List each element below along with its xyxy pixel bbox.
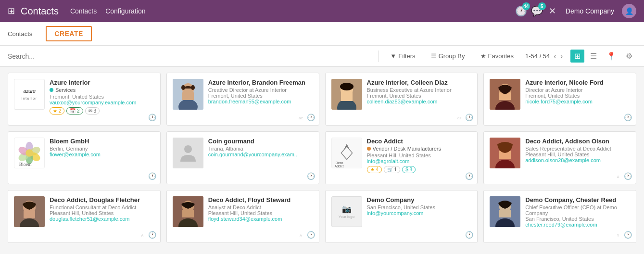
card-info: Deco Addict, Douglas Fletcher Functional… <box>50 196 154 227</box>
card-demo-company[interactable]: 📷 Your logo Demo Company San Francisco, … <box>325 190 478 243</box>
badge-star: ★ 2 <box>50 107 64 114</box>
card-subtitle: Creative Director at Azure Interior <box>208 87 313 93</box>
bloem-logo-svg: Bloem <box>14 138 44 168</box>
nicole-avatar <box>490 79 520 110</box>
card-coin-gourmand[interactable]: Coin gourmand Tirana, Albania coin.gourm… <box>166 131 319 184</box>
card-deco-addison[interactable]: Deco Addict, Addison Olson Sales Represe… <box>483 131 636 184</box>
breadcrumb: Contacts <box>8 30 32 38</box>
create-button[interactable]: CREATE <box>46 26 92 41</box>
card-name: Demo Company <box>367 196 472 203</box>
clock-icon[interactable]: 🕐 <box>465 114 473 121</box>
card-azure-nicole[interactable]: Azure Interior, Nicole Ford Director at … <box>483 73 636 126</box>
brandon-avatar <box>173 79 203 110</box>
user-avatar[interactable]: 👤 <box>622 4 636 18</box>
card-info: Azure Interior, Colleen Diaz Business Ex… <box>367 79 472 110</box>
card-name: Bloem GmbH <box>50 138 154 145</box>
message-icon-wrap[interactable]: 💬 5 <box>531 5 543 17</box>
card-email: info@agrolait.com <box>367 158 472 164</box>
card-subtitle: Business Executive at Azure Interior <box>367 87 472 93</box>
badge-cart: 🛒 1 <box>384 166 400 173</box>
card-info: Deco Addict, Addison Olson Sales Represe… <box>525 138 630 168</box>
card-location: Fremont, United States <box>367 93 472 99</box>
card-name: Demo Company, Chester Reed <box>525 196 630 203</box>
next-page-button[interactable]: › <box>560 52 563 61</box>
card-subtitle: Sales Representative at Deco Addict <box>525 146 630 152</box>
search-input[interactable] <box>8 52 370 60</box>
card-azure-interior[interactable]: azure interior Azure Interior Services F… <box>8 73 161 126</box>
card-badges: ★ 4 🛒 1 $ 8 <box>367 166 472 173</box>
card-email: douglas.fletcher51@example.com <box>50 216 154 222</box>
filters-label: Filters <box>398 52 415 60</box>
clock-icon[interactable]: 🕐 <box>465 172 473 180</box>
card-name: Coin gourmand <box>208 138 313 145</box>
colleen-avatar <box>331 79 362 110</box>
card-location: Berlin, Germany <box>50 146 154 152</box>
company-mini-logo: A <box>138 231 147 240</box>
clock-icon[interactable]: 🕐 <box>307 231 315 239</box>
card-tag: Vendor / Desk Manufacturers <box>367 146 472 152</box>
card-subtitle: Director at Azure Interior <box>525 87 630 93</box>
brandon-photo <box>173 79 203 110</box>
filters-button[interactable]: ▼ Filters <box>386 51 419 62</box>
card-bloem[interactable]: Bloem Bloem GmbH Berlin, Germany flower@… <box>8 131 161 184</box>
card-azure-colleen[interactable]: Azure Interior, Colleen Diaz Business Ex… <box>325 73 478 126</box>
douglas-avatar <box>14 196 45 227</box>
nav-configuration[interactable]: Configuration <box>105 7 145 15</box>
addison-photo <box>490 138 520 168</box>
card-deco-addict[interactable]: Deco Addict Deco Addict Vendor / Desk Ma… <box>325 131 478 184</box>
clock-icon[interactable]: 🕐 <box>624 172 632 180</box>
clock-icon[interactable]: 🕐 <box>465 231 473 239</box>
card-email: addison.olson28@example.com <box>525 157 630 163</box>
card-info: Demo Company San Francisco, United State… <box>367 196 472 227</box>
settings-view-button[interactable]: ⚙ <box>622 50 636 63</box>
kanban-view-button[interactable]: ⊞ <box>570 50 584 63</box>
clock-icon[interactable]: 🕐 <box>624 114 632 121</box>
clock-icon[interactable]: 🕐 <box>307 172 315 180</box>
card-azure-brandon[interactable]: Azure Interior, Brandon Freeman Creative… <box>166 73 319 126</box>
tag-text: Services <box>55 87 76 93</box>
main-content: azure interior Azure Interior Services F… <box>0 67 644 249</box>
card-email: coin.gourmand@yourcompany.exam... <box>208 152 313 157</box>
list-view-button[interactable]: ☰ <box>586 50 601 63</box>
filter-icon: ▼ <box>390 52 396 60</box>
message-badge: 5 <box>538 2 546 10</box>
groupby-icon: ☰ <box>431 52 437 60</box>
company-name[interactable]: Demo Company <box>566 7 614 15</box>
card-location: San Francisco, United States <box>367 204 472 210</box>
clock-icon[interactable]: 🕐 <box>624 231 632 239</box>
clock-icon[interactable]: 🕐 <box>148 114 156 121</box>
chester-avatar <box>490 196 520 227</box>
svg-rect-38 <box>182 210 194 217</box>
card-deco-douglas[interactable]: Deco Addict, Douglas Fletcher Functional… <box>8 190 161 243</box>
card-subtitle: Functional Consultant at Deco Addict <box>50 204 154 210</box>
tag-dot <box>50 88 53 92</box>
company-mini-logo: A <box>297 231 305 240</box>
clock-icon[interactable]: 🕐 <box>307 114 315 121</box>
activity-icon-wrap[interactable]: 🕐 44 <box>515 5 527 17</box>
svg-point-10 <box>340 83 354 90</box>
company-mini-logo: az <box>297 114 305 122</box>
grid-menu-icon[interactable]: ⊞ <box>8 6 15 16</box>
card-location: Tirana, Albania <box>208 146 313 152</box>
close-icon[interactable]: ✕ <box>549 6 556 16</box>
prev-page-button[interactable]: ‹ <box>554 52 556 61</box>
person-silhouette-svg <box>179 144 197 162</box>
card-email: info@yourcompany.com <box>367 210 472 216</box>
your-logo-text: Your logo <box>339 215 355 219</box>
card-name: Azure Interior, Nicole Ford <box>525 79 630 86</box>
view-buttons: ⊞ ☰ 📍 ⚙ <box>570 50 636 63</box>
card-location: Pleasant Hill, United States <box>367 152 472 158</box>
card-demo-chester[interactable]: Demo Company, Chester Reed Chief Executi… <box>483 190 636 243</box>
topnav-right: 🕐 44 💬 5 ✕ Demo Company 👤 <box>515 4 636 18</box>
favorites-button[interactable]: ★ Favorites <box>477 51 518 62</box>
coin-avatar <box>173 138 203 168</box>
groupby-button[interactable]: ☰ Group By <box>427 51 469 62</box>
map-view-button[interactable]: 📍 <box>603 50 620 63</box>
clock-icon[interactable]: 🕐 <box>148 172 156 180</box>
card-location: Fremont, United States <box>50 94 154 100</box>
nav-contacts[interactable]: Contacts <box>70 7 97 15</box>
badge-star: ★ 4 <box>367 166 382 173</box>
badge-money: $ 8 <box>402 166 416 173</box>
card-deco-floyd[interactable]: Deco Addict, Floyd Steward Analyst at De… <box>166 190 319 243</box>
clock-icon[interactable]: 🕐 <box>148 231 156 239</box>
